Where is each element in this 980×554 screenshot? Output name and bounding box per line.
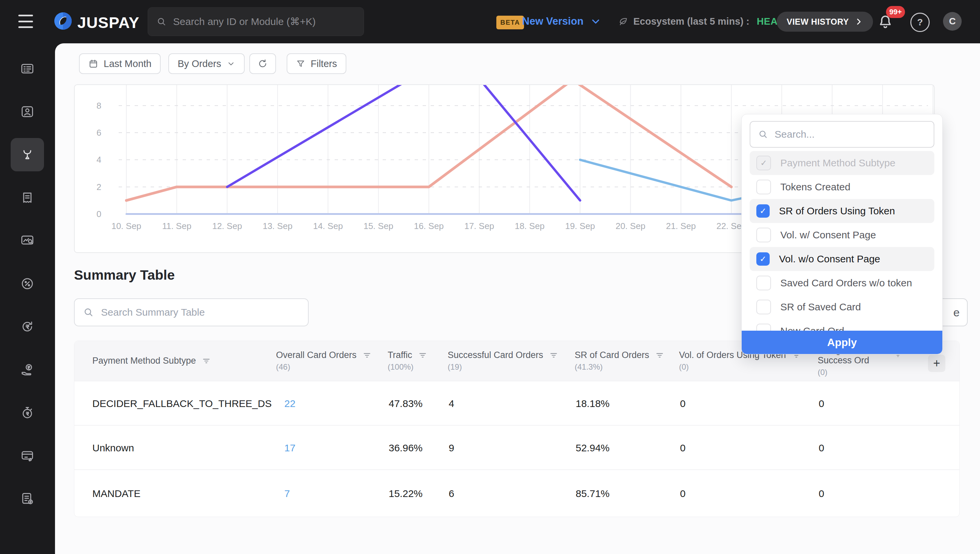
column-label: Payment Method Subtype	[92, 356, 196, 366]
checkbox-on[interactable]: ✓	[756, 252, 770, 266]
help-button[interactable]: ?	[910, 13, 930, 32]
checkbox-off[interactable]	[756, 228, 771, 242]
column-picker-search-input[interactable]	[774, 128, 926, 140]
ecosystem-status: Ecosystem (last 5 mins) : HEALTHY	[618, 16, 803, 27]
column-header: SR of Card Orders(41.3%)	[575, 341, 664, 380]
checkbox-off[interactable]	[756, 300, 771, 314]
column-picker-item[interactable]: ✓SR of Orders Using Token	[750, 199, 934, 223]
sidebar-item-customers[interactable]	[11, 95, 44, 128]
sidebar-item-reports[interactable]	[11, 482, 44, 515]
column-picker-item[interactable]: Saved Card Orders w/o token	[750, 271, 934, 295]
x-tick-label: 13. Sep	[262, 221, 293, 231]
sidebar-item-dashboard[interactable]	[11, 52, 44, 85]
view-history-label: VIEW HISTORY	[787, 17, 849, 27]
column-label: Overall Card Orders	[276, 350, 357, 360]
table-cell: MANDATE	[92, 488, 140, 499]
column-picker-item-label: Saved Card Orders w/o token	[780, 277, 912, 289]
column-picker-item-label: Payment Method Subtype	[780, 157, 895, 169]
table-cell[interactable]: 7	[284, 488, 290, 499]
column-subtotal: (0)	[818, 368, 901, 377]
refresh-button[interactable]	[249, 53, 276, 74]
column-filter-icon[interactable]	[363, 351, 371, 360]
column-picker-item-label: SR of Saved Card	[780, 301, 861, 313]
routing-icon	[20, 147, 35, 162]
settlements-icon	[20, 405, 35, 420]
table-cell: DECIDER_FALLBACK_TO_THREE_DS	[92, 398, 272, 409]
column-subtotal: (0)	[679, 362, 801, 372]
column-picker-item[interactable]: SR of Saved Card	[750, 295, 934, 319]
column-picker-item[interactable]: Tokens Created	[750, 175, 934, 199]
column-subtotal: (41.3%)	[575, 362, 664, 372]
sidebar-item-invoices[interactable]	[11, 181, 44, 214]
sidebar-item-offers[interactable]	[11, 267, 44, 300]
column-header: Overall Card Orders(46)	[276, 341, 371, 380]
table-cell: 9	[449, 443, 454, 454]
x-tick-label: 17. Sep	[465, 221, 494, 231]
add-column-button[interactable]: +	[928, 355, 945, 372]
y-tick-label: 6	[97, 128, 101, 138]
y-tick-label: 0	[97, 209, 101, 219]
checkbox-on[interactable]: ✓	[756, 204, 770, 218]
hamburger-menu-icon[interactable]	[18, 15, 33, 28]
column-picker-item-label: Vol. w/ Consent Page	[780, 229, 876, 241]
top-bar: JUSPAY BETA New Version Ecosystem (last …	[0, 0, 980, 43]
column-picker-item[interactable]: ✓Payment Method Subtype	[750, 151, 934, 175]
summary-search-input[interactable]	[100, 306, 299, 318]
column-picker-item-label: Vol. w/o Consent Page	[779, 253, 880, 265]
table-cell[interactable]: 17	[284, 443, 295, 454]
version-label: New Version	[522, 15, 583, 27]
checkbox-dis[interactable]: ✓	[756, 156, 771, 170]
column-picker-search[interactable]	[750, 121, 934, 148]
chevron-down-icon	[227, 59, 235, 68]
table-cell: 18.18%	[576, 398, 610, 409]
global-search[interactable]	[148, 7, 364, 36]
checkbox-off[interactable]	[756, 180, 771, 194]
dashboard-icon	[20, 61, 35, 76]
table-row: DECIDER_FALLBACK_TO_THREE_DS2247.83%418.…	[74, 380, 959, 426]
column-filter-icon[interactable]	[655, 351, 664, 360]
x-tick-label: 20. Sep	[616, 221, 646, 231]
series-blue	[580, 160, 754, 201]
sidebar-item-payouts[interactable]	[11, 353, 44, 386]
column-filter-icon[interactable]	[202, 357, 211, 365]
sidebar-item-settlements[interactable]	[11, 396, 44, 429]
y-tick-label: 2	[97, 182, 101, 192]
checkbox-off[interactable]	[756, 275, 771, 290]
x-tick-label: 18. Sep	[515, 221, 545, 231]
column-subtotal: (46)	[276, 362, 371, 372]
sidebar-nav	[0, 43, 55, 554]
version-switcher[interactable]: New Version	[522, 15, 601, 27]
date-range-button[interactable]: Last Month	[79, 53, 161, 74]
table-cell: 0	[680, 488, 686, 499]
global-search-input[interactable]	[172, 16, 355, 28]
column-filter-icon[interactable]	[418, 351, 427, 360]
group-by-dropdown[interactable]: By Orders	[168, 53, 245, 74]
date-range-label: Last Month	[103, 58, 151, 69]
summary-table-search[interactable]	[74, 298, 309, 326]
main-content: Last Month By Orders Filters 0246810. Se…	[55, 43, 980, 554]
filters-button[interactable]: Filters	[287, 53, 346, 74]
sidebar-item-card-sync[interactable]	[11, 439, 44, 472]
filters-label: Filters	[311, 58, 337, 69]
apply-button[interactable]: Apply	[742, 331, 942, 354]
calendar-icon	[88, 59, 98, 68]
table-cell: 36.96%	[389, 443, 423, 454]
sidebar-item-routing[interactable]	[11, 138, 44, 171]
sidebar-item-analytics[interactable]	[11, 224, 44, 257]
chevron-right-icon	[854, 18, 863, 26]
y-tick-label: 4	[97, 154, 101, 165]
table-cell: 15.22%	[389, 488, 423, 499]
column-filter-icon[interactable]	[549, 351, 558, 360]
notifications-button[interactable]: 99+	[877, 13, 896, 33]
summary-table: Payment Method SubtypeOverall Card Order…	[74, 341, 960, 517]
sidebar-item-refunds[interactable]	[11, 310, 44, 343]
table-cell: 0	[819, 488, 824, 499]
column-picker-item-label: Tokens Created	[780, 181, 850, 193]
column-header: Payment Method Subtype	[92, 341, 211, 380]
view-history-button[interactable]: VIEW HISTORY	[777, 12, 873, 32]
search-icon	[758, 129, 768, 140]
column-picker-item[interactable]: ✓Vol. w/o Consent Page	[750, 247, 934, 271]
user-avatar[interactable]: C	[943, 12, 962, 31]
table-cell[interactable]: 22	[284, 398, 295, 409]
column-picker-item[interactable]: Vol. w/ Consent Page	[750, 223, 934, 247]
